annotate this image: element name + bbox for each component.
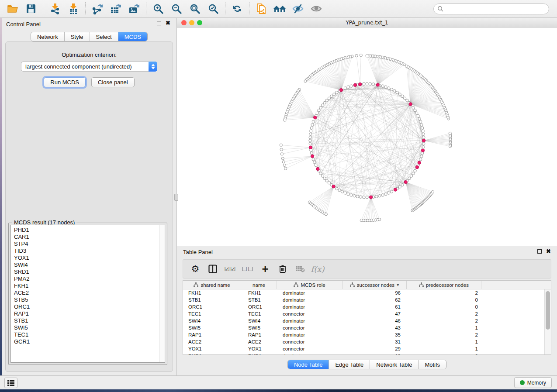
table-row-ACE2[interactable]: ACE2ACE2connector311 — [183, 338, 544, 345]
import-table-button[interactable] — [64, 1, 83, 16]
traffic-zoom-icon[interactable] — [197, 20, 202, 25]
mcds-result-list[interactable]: PHD1CAR1STP4TID3YOX1SWI4SRD1PMA2FKH1ACE2… — [10, 225, 165, 363]
table-tab-node-table[interactable]: Node Table — [288, 360, 329, 369]
column-header-successor-nodes[interactable]: successor nodes▾ — [343, 281, 407, 289]
clone-network-button[interactable] — [252, 1, 270, 16]
show-panels-button[interactable] — [4, 378, 17, 388]
mcds-result-item[interactable]: FKH1 — [14, 282, 165, 289]
select-all-button[interactable]: ☑☑ — [222, 261, 238, 276]
mcds-result-item[interactable]: YOX1 — [14, 254, 165, 261]
zoom-selected-button[interactable] — [204, 1, 222, 16]
table-cell: 29 — [343, 345, 407, 352]
table-tab-edge-table[interactable]: Edge Table — [329, 360, 370, 369]
criterion-dropdown-value: largest connected component (undirected) — [21, 63, 149, 70]
control-panel-title: Control Panel — [6, 21, 41, 28]
import-network-button[interactable] — [46, 1, 64, 16]
zoom-in-button[interactable] — [149, 1, 167, 16]
column-header-predecessor-nodes[interactable]: predecessor nodes — [407, 281, 481, 289]
toolbar-search[interactable] — [433, 3, 549, 14]
float-panel-icon[interactable] — [157, 21, 161, 25]
tab-network[interactable]: Network — [31, 32, 65, 41]
network-graph[interactable] — [177, 28, 557, 246]
mcds-result-item[interactable]: SRD1 — [14, 268, 165, 275]
add-column-button[interactable]: + — [257, 261, 273, 276]
table-settings-button[interactable]: ⚙ — [187, 261, 203, 276]
table-tab-network-table[interactable]: Network Table — [370, 360, 419, 369]
table-row-SWI5[interactable]: SWI5SWI5connector431 — [183, 324, 544, 331]
deselect-all-button[interactable]: ☐☐ — [240, 261, 256, 276]
column-header-shared-name[interactable]: shared name — [183, 281, 241, 289]
list-menu-icon — [7, 380, 14, 386]
tree-hierarchy-icon — [419, 282, 424, 288]
search-input[interactable] — [446, 6, 545, 12]
table-row-FKH1[interactable]: FKH1FKH1dominator962 — [183, 289, 544, 296]
table-row-STB1[interactable]: STB1STB1dominator620 — [183, 296, 544, 303]
table-row-TEC1[interactable]: TEC1TEC1connector472 — [183, 310, 544, 317]
show-eye-button[interactable] — [307, 1, 325, 16]
column-header-MCDS-role[interactable]: MCDS role — [277, 281, 343, 289]
mcds-result-item[interactable]: ACE2 — [14, 289, 165, 296]
table-row-YOX1[interactable]: YOX1YOX1connector291 — [183, 345, 544, 352]
tab-style[interactable]: Style — [65, 32, 90, 41]
table-row-ORC1[interactable]: ORC1ORC1dominator610 — [183, 303, 544, 310]
table-row-SWI4[interactable]: SWI4SWI4dominator462 — [183, 317, 544, 324]
tab-mcds[interactable]: MCDS — [118, 32, 147, 41]
mcds-result-item[interactable]: ORC1 — [14, 303, 165, 310]
control-panel: Control Panel ✖ NetworkStyleSelectMCDS O… — [2, 18, 177, 375]
close-table-panel-icon[interactable]: ✖ — [546, 249, 551, 254]
table-cell: 43 — [343, 324, 407, 331]
export-network-button[interactable] — [88, 1, 107, 16]
refresh-layout-button[interactable] — [228, 1, 246, 16]
export-image-button[interactable] — [125, 1, 143, 16]
table-row-RAP1[interactable]: RAP1RAP1dominator352 — [183, 331, 544, 338]
mcds-result-item[interactable]: TEC1 — [14, 331, 165, 338]
mcds-result-item[interactable]: STB5 — [14, 296, 165, 303]
mcds-result-item[interactable]: PHD1 — [14, 227, 165, 234]
network-canvas[interactable] — [177, 28, 557, 246]
mcds-result-item[interactable]: TID3 — [14, 248, 165, 254]
search-icon — [437, 6, 443, 12]
mcds-result-item[interactable]: PMA2 — [14, 275, 165, 282]
mcds-result-item[interactable]: STB1 — [14, 317, 165, 324]
traffic-close-icon[interactable] — [181, 20, 187, 25]
table-cell: 0 — [407, 303, 481, 310]
mcds-result-item[interactable]: SWI4 — [14, 261, 165, 268]
table-scrollbar[interactable] — [544, 289, 551, 354]
result-list-scrollbar[interactable] — [159, 225, 165, 362]
mcds-result-item[interactable]: GCR1 — [14, 338, 165, 345]
function-builder-button[interactable]: f(x) — [310, 261, 325, 276]
mcds-result-item[interactable]: RAP1 — [14, 310, 165, 317]
close-panel-icon[interactable]: ✖ — [166, 21, 170, 25]
table-cell: 46 — [343, 317, 407, 324]
double-home-button[interactable] — [270, 1, 289, 16]
delete-column-button[interactable] — [275, 261, 291, 276]
export-table-button[interactable] — [107, 1, 125, 16]
mcds-result-item[interactable]: CAR1 — [14, 234, 165, 241]
delete-table-button[interactable] — [292, 261, 308, 276]
panel-splitter-handle[interactable] — [174, 194, 178, 201]
toolbar-separator — [146, 2, 146, 15]
save-session-button[interactable] — [22, 1, 40, 16]
run-mcds-button[interactable]: Run MCDS — [44, 77, 86, 87]
import-table-icon — [68, 3, 79, 15]
traffic-minimize-icon[interactable] — [189, 20, 194, 25]
mcds-result-item[interactable]: SWI5 — [14, 324, 165, 331]
close-panel-button[interactable]: Close panel — [91, 77, 135, 87]
column-header-name[interactable]: name — [241, 281, 277, 289]
table-row-PHD1[interactable]: PHD1PHD1dominator180 — [183, 352, 544, 354]
split-columns-button[interactable] — [205, 261, 221, 276]
table-scrollbar-thumb[interactable] — [546, 291, 550, 330]
mcds-result-item[interactable]: STP4 — [14, 241, 165, 248]
zoom-fit-button[interactable] — [186, 1, 204, 16]
table-tab-motifs[interactable]: Motifs — [419, 360, 446, 369]
memory-button[interactable]: Memory — [514, 377, 552, 388]
network-window-titlebar[interactable]: YPA_prune.txt_1 — [177, 18, 557, 28]
tab-select[interactable]: Select — [90, 32, 118, 41]
table-cell: 2 — [407, 317, 481, 324]
hide-selected-button[interactable] — [289, 1, 307, 16]
zoom-out-button[interactable] — [167, 1, 186, 16]
criterion-dropdown[interactable]: largest connected component (undirected) — [21, 62, 157, 72]
open-file-button[interactable] — [3, 1, 22, 16]
table-cell: 2 — [407, 331, 481, 338]
float-table-panel-icon[interactable] — [537, 249, 542, 254]
